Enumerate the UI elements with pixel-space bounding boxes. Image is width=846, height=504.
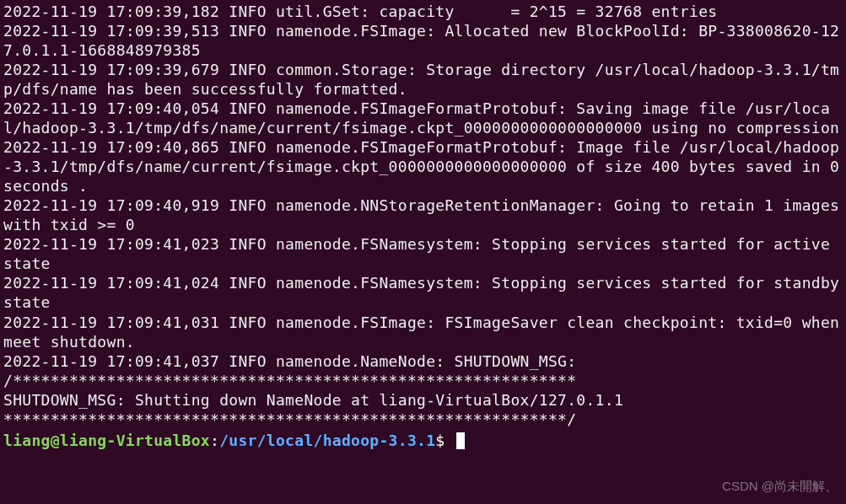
watermark: CSDN @尚未開解、: [722, 478, 838, 494]
prompt-dollar: $: [435, 432, 445, 449]
prompt-colon: :: [210, 432, 219, 449]
prompt-line[interactable]: liang@liang-VirtualBox:/usr/local/hadoop…: [3, 431, 843, 450]
terminal-output[interactable]: 2022-11-19 17:09:39,182 INFO util.GSet: …: [3, 2, 843, 429]
cursor: [456, 432, 465, 449]
prompt-user-host: liang@liang-VirtualBox: [3, 432, 210, 449]
prompt-path: /usr/local/hadoop-3.3.1: [219, 432, 435, 449]
